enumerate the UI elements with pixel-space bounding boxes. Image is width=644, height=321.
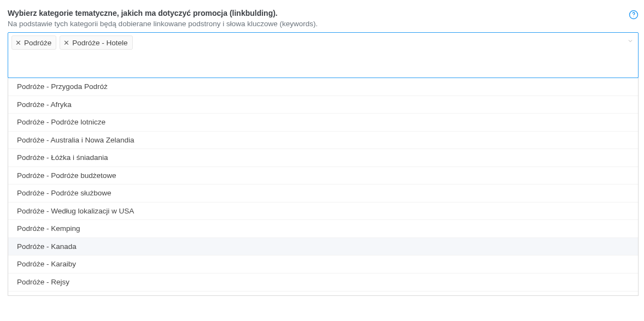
option-item[interactable]: Podróże - Przygoda Podróż	[8, 78, 638, 96]
chevron-down-icon[interactable]	[627, 37, 634, 46]
option-item[interactable]: Podróże - Łóżka i śniadania	[8, 149, 638, 167]
option-item[interactable]: Podróże - Rejsy	[8, 274, 638, 292]
option-item[interactable]: Podróże - Karaiby	[8, 255, 638, 274]
chip-podroze-hotele[interactable]: ✕ Podróże - Hotele	[60, 35, 132, 50]
option-item[interactable]: Podróże - Australia i Nowa Zelandia	[8, 132, 638, 150]
close-icon[interactable]: ✕	[15, 39, 21, 46]
option-item[interactable]: Podróże - Europa Wschodnia	[8, 292, 638, 295]
help-icon[interactable]	[629, 10, 639, 20]
options-scroll[interactable]: Podróże - Przygoda PodróżPodróże - Afryk…	[8, 78, 638, 295]
option-item[interactable]: Podróże - Podróże lotnicze	[8, 114, 638, 132]
selected-chips: ✕ Podróże ✕ Podróże - Hotele	[11, 35, 623, 50]
option-item[interactable]: Podróże - Podróże służbowe	[8, 185, 638, 203]
option-item[interactable]: Podróże - Kanada	[8, 238, 638, 256]
dropdown-panel: Podróże - Przygoda PodróżPodróże - Afryk…	[8, 78, 639, 296]
page-subtitle: Na podstawie tych kategorii będą dobiera…	[8, 20, 629, 28]
svg-point-1	[633, 16, 634, 17]
header-row: Wybierz kategorie tematyczne, jakich ma …	[8, 9, 639, 28]
option-item[interactable]: Podróże - Kemping	[8, 220, 638, 238]
chip-podroze[interactable]: ✕ Podróże	[11, 35, 56, 50]
header-text: Wybierz kategorie tematyczne, jakich ma …	[8, 9, 629, 28]
option-item[interactable]: Podróże - Według lokalizacji w USA	[8, 203, 638, 221]
category-multiselect[interactable]: ✕ Podróże ✕ Podróże - Hotele	[8, 32, 639, 78]
option-item[interactable]: Podróże - Podróże budżetowe	[8, 167, 638, 185]
option-item[interactable]: Podróże - Afryka	[8, 96, 638, 114]
close-icon[interactable]: ✕	[63, 39, 69, 46]
chip-label: Podróże - Hotele	[72, 39, 127, 47]
page-title: Wybierz kategorie tematyczne, jakich ma …	[8, 9, 629, 17]
chip-label: Podróże	[24, 39, 51, 47]
